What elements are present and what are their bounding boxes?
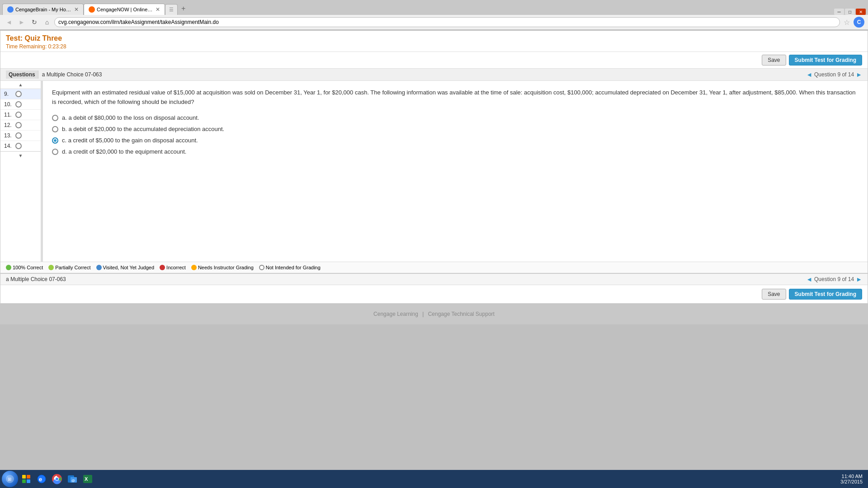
question-radio-13	[15, 132, 22, 139]
choice-c[interactable]: c. a credit of $5,000 to the gain on dis…	[52, 137, 859, 144]
choice-a[interactable]: a. a debit of $80,000 to the loss on dis…	[52, 114, 859, 121]
top-toolbar: Save Submit Test for Grading	[0, 52, 868, 69]
question-num-10: 10.	[4, 101, 15, 108]
section-label-top: a Multiple Choice 07-063	[42, 71, 102, 78]
question-radio-12	[15, 122, 22, 128]
tab-close-2[interactable]: ✕	[156, 6, 160, 13]
address-bar[interactable]	[54, 17, 840, 27]
scroll-down-arrow[interactable]: ▼	[0, 151, 41, 160]
question-list-sidebar: ▲ 9. 10. 11. 12. 13.	[0, 81, 41, 262]
test-header: Test: Quiz Three Time Remaining: 0:23:28	[0, 31, 868, 52]
legend-dot-visited	[96, 265, 102, 270]
content-area: ▲ 9. 10. 11. 12. 13.	[0, 81, 868, 262]
tab-favicon-2	[89, 6, 95, 13]
cengage-support-link[interactable]: Cengage Technical Support	[428, 311, 495, 317]
tab-close-1[interactable]: ✕	[74, 6, 79, 13]
browser-window: Test: Quiz Three Time Remaining: 0:23:28…	[0, 30, 868, 324]
question-num-14: 14.	[4, 143, 15, 149]
bottom-info: a Multiple Choice 07-063 ◄ Question 9 of…	[0, 274, 868, 285]
legend-label-partial: Partially Correct	[55, 265, 90, 270]
choice-c-text: c. a credit of $5,000 to the gain on dis…	[62, 137, 198, 144]
main-content: Test: Quiz Three Time Remaining: 0:23:28…	[0, 30, 868, 304]
question-num-13: 13.	[4, 132, 15, 139]
question-nav-text-bottom: Question 9 of 14	[814, 276, 854, 282]
question-item-14[interactable]: 14.	[0, 141, 41, 151]
close-button[interactable]: ✕	[856, 9, 866, 15]
legend-dot-incorrect	[160, 265, 165, 270]
back-button[interactable]: ◄	[4, 17, 14, 28]
choice-d-text: d. a credit of $20,000 to the equipment …	[62, 148, 186, 155]
legend: 100% Correct Partially Correct Visited, …	[0, 262, 868, 273]
choice-b[interactable]: b. a debit of $20,000 to the accumulated…	[52, 126, 859, 132]
question-nav-top: ◄ Question 9 of 14 ►	[806, 71, 862, 78]
tab-cengagenow[interactable]: CengageNOW | Online te... ✕	[84, 4, 165, 15]
legend-partial: Partially Correct	[48, 265, 90, 270]
new-tab-icon: ☰	[169, 7, 174, 13]
legend-dot-partial	[48, 265, 54, 270]
legend-label-not-intended: Not Intended for Grading	[266, 265, 321, 270]
radio-a	[52, 115, 58, 121]
cengage-learning-link[interactable]: Cengage Learning	[373, 311, 418, 317]
tab-new[interactable]: ☰	[165, 4, 178, 15]
legend-dot-not-intended	[259, 265, 264, 270]
save-button-top[interactable]: Save	[762, 55, 786, 66]
new-tab-button[interactable]: +	[178, 2, 189, 15]
tab-bar: CengageBrain - My Hom... ✕ CengageNOW | …	[0, 0, 868, 15]
legend-label-instructor: Needs Instructor Grading	[198, 265, 254, 270]
choice-a-text: a. a debit of $80,000 to the loss on dis…	[62, 114, 199, 121]
time-remaining: Time Remaining: 0:23:28	[6, 43, 862, 50]
next-question-top[interactable]: ►	[856, 71, 862, 78]
tab-centragebrain[interactable]: CengageBrain - My Hom... ✕	[2, 4, 84, 15]
legend-label-incorrect: Incorrect	[166, 265, 186, 270]
question-item-13[interactable]: 13.	[0, 131, 41, 141]
home-button[interactable]: ⌂	[42, 17, 52, 28]
next-question-bottom[interactable]: ►	[856, 276, 862, 283]
question-radio-10	[15, 101, 22, 108]
question-num-11: 11.	[4, 112, 15, 118]
prev-question-bottom[interactable]: ◄	[806, 276, 812, 283]
tab-label-1: CengageBrain - My Hom...	[15, 7, 71, 12]
prev-question-top[interactable]: ◄	[806, 71, 812, 78]
minimize-button[interactable]: ─	[834, 9, 844, 15]
question-item-9[interactable]: 9.	[0, 89, 41, 99]
bottom-section-label: a Multiple Choice 07-063	[6, 276, 66, 282]
legend-visited: Visited, Not Yet Judged	[96, 265, 155, 270]
time-remaining-value: 0:23:28	[48, 43, 66, 50]
legend-label-correct: 100% Correct	[13, 265, 43, 270]
refresh-button[interactable]: ↻	[29, 17, 40, 28]
nav-bar: ◄ ► ↻ ⌂ ☆ C	[0, 15, 868, 30]
save-button-bottom[interactable]: Save	[762, 289, 786, 300]
question-item-12[interactable]: 12.	[0, 120, 41, 131]
scroll-up-arrow[interactable]: ▲	[0, 81, 41, 89]
questions-label: Questions	[6, 70, 38, 79]
question-num-9: 9.	[4, 91, 15, 97]
question-item-10[interactable]: 10.	[0, 99, 41, 110]
tab-favicon-1	[7, 6, 14, 13]
bookmark-star[interactable]: ☆	[842, 18, 852, 27]
footer-separator: |	[422, 311, 424, 317]
maximize-button[interactable]: □	[845, 9, 855, 15]
legend-instructor: Needs Instructor Grading	[191, 265, 254, 270]
legend-dot-correct	[6, 265, 11, 270]
bottom-toolbar: Save Submit Test for Grading	[0, 285, 868, 303]
question-radio-9	[15, 91, 22, 97]
submit-button-bottom[interactable]: Submit Test for Grading	[789, 289, 862, 300]
legend-correct: 100% Correct	[6, 265, 43, 270]
legend-incorrect: Incorrect	[160, 265, 186, 270]
question-num-12: 12.	[4, 122, 15, 128]
choice-d[interactable]: d. a credit of $20,000 to the equipment …	[52, 148, 859, 155]
choice-b-text: b. a debit of $20,000 to the accumulated…	[62, 126, 224, 132]
forward-button[interactable]: ►	[16, 17, 27, 28]
test-title: Test: Quiz Three	[6, 34, 862, 42]
radio-c	[52, 137, 58, 144]
question-item-11[interactable]: 11.	[0, 110, 41, 120]
question-nav-bottom: ◄ Question 9 of 14 ►	[806, 276, 862, 283]
legend-label-visited: Visited, Not Yet Judged	[103, 265, 155, 270]
submit-button-top[interactable]: Submit Test for Grading	[789, 55, 862, 66]
bottom-bar: a Multiple Choice 07-063 ◄ Question 9 of…	[0, 273, 868, 303]
profile-icon: C	[854, 17, 864, 28]
radio-b	[52, 126, 58, 132]
legend-dot-instructor	[191, 265, 197, 270]
time-remaining-label: Time Remaining:	[6, 43, 47, 50]
radio-d	[52, 149, 58, 155]
